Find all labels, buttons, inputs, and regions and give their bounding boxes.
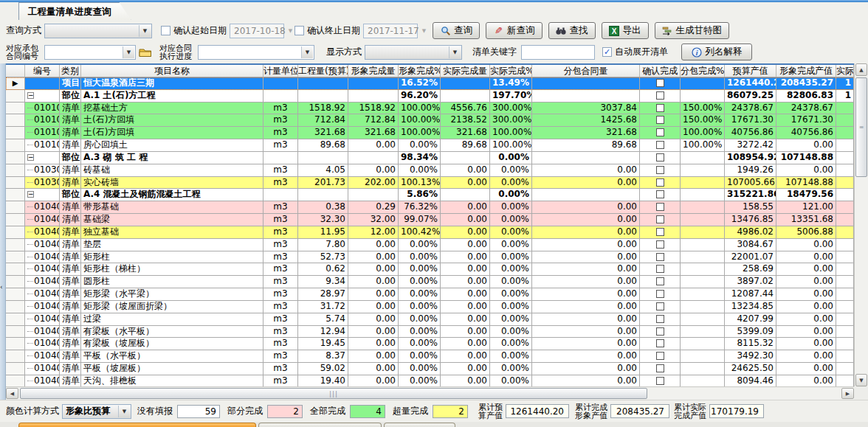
grid-cell-sub_qty[interactable]: 0.00 (532, 363, 640, 375)
grid-cell-name[interactable]: 土(石)方回填 (81, 114, 264, 126)
grid-cell-code[interactable]: 010403 (25, 288, 60, 300)
start-date-checkbox[interactable] (161, 26, 170, 35)
grid-cell-img_pct[interactable]: 96.20% (399, 90, 441, 102)
row-selector[interactable] (6, 313, 25, 325)
bottom-tab-2[interactable] (258, 423, 382, 427)
grid-cell-img_qty[interactable]: 0.00 (348, 363, 399, 375)
collapse-icon[interactable]: − (27, 92, 34, 99)
confirm-checkbox[interactable] (656, 339, 664, 347)
grid-cell-sub_pct[interactable] (681, 301, 725, 313)
grid-cell-name[interactable]: 矩形梁（坡屋面折梁） (81, 301, 264, 313)
grid-cell-sub_pct[interactable] (681, 326, 725, 338)
auto-expand-checkbox[interactable]: ✓ (602, 47, 612, 57)
grid-cell-unit[interactable] (264, 189, 298, 201)
grid-cell-img_val[interactable]: 24378.67 (776, 103, 836, 114)
grid-cell-qty[interactable]: 5.74 (298, 313, 348, 325)
grid-cell-unit[interactable] (264, 77, 298, 89)
keyword-input[interactable] (521, 45, 595, 60)
grid-cell-img_pct[interactable]: 100.00% (399, 103, 441, 114)
grid-cell-extra[interactable] (836, 251, 854, 263)
col-header-cat[interactable]: 类别 (60, 65, 81, 77)
grid-cell-act_qty[interactable] (441, 90, 490, 102)
grid-cell-extra[interactable] (836, 114, 854, 126)
confirm-checkbox[interactable] (656, 215, 664, 223)
grid-cell-act_pct[interactable]: 0.00% (490, 288, 532, 300)
table-row[interactable]: −部位A.1 土(石)方工程96.20%197.70%86079.2582806… (6, 90, 868, 103)
grid-cell-act_qty[interactable]: 0.00 (441, 201, 490, 213)
grid-cell-budget_val[interactable]: 24378.67 (725, 103, 776, 114)
grid-cell-cat[interactable]: 清单 (60, 276, 81, 288)
grid-cell-budget_val[interactable]: 8094.46 (725, 375, 776, 386)
grid-cell-sub_qty[interactable]: 0.00 (532, 214, 640, 226)
grid-cell-cat[interactable]: 清单 (60, 127, 81, 139)
grid-cell-extra[interactable] (836, 375, 854, 386)
grid-cell-img_pct[interactable]: 98.34% (399, 152, 441, 164)
grid-cell-img_qty[interactable]: 0.00 (348, 239, 399, 251)
grid-cell-act_pct[interactable]: 100.00% (490, 127, 532, 139)
grid-cell-img_qty[interactable]: 0.00 (348, 164, 399, 176)
grid-cell-qty[interactable]: 4.05 (298, 164, 348, 176)
grid-cell-qty[interactable]: 712.84 (298, 114, 348, 126)
grid-cell-code[interactable]: 010402 (25, 263, 60, 275)
column-help-button[interactable]: i 列名解释 (681, 44, 752, 60)
grid-cell-unit[interactable]: m3 (264, 375, 298, 386)
grid-cell-sub_qty[interactable]: 0.00 (532, 251, 640, 263)
grid-cell-sub_qty[interactable]: 0.00 (532, 276, 640, 288)
grid-cell-budget_val[interactable]: 258.69 (725, 263, 776, 275)
grid-cell-sub_pct[interactable] (681, 263, 725, 275)
chevron-down-icon[interactable]: ▼ (118, 406, 130, 417)
grid-cell-act_qty[interactable]: 0.00 (441, 263, 490, 275)
grid-cell-img_pct[interactable]: 76.32% (399, 201, 441, 213)
grid-cell-extra[interactable] (836, 177, 854, 189)
grid-cell-code[interactable]: − (25, 189, 60, 201)
grid-cell-confirm[interactable] (640, 152, 681, 164)
grid-cell-unit[interactable]: m3 (264, 177, 298, 189)
grid-cell-qty[interactable]: 321.68 (298, 127, 348, 139)
vertical-scrollbar-thumb[interactable]: ≡ (855, 77, 867, 177)
grid-cell-budget_val[interactable]: 22001.07 (725, 251, 776, 263)
grid-cell-img_pct[interactable]: 0.00% (399, 375, 441, 386)
confirm-checkbox[interactable] (656, 377, 664, 385)
grid-cell-sub_pct[interactable] (681, 276, 725, 288)
grid-cell-confirm[interactable] (640, 201, 681, 213)
grid-cell-unit[interactable]: m3 (264, 201, 298, 213)
grid-cell-code[interactable]: 010101 (25, 103, 60, 114)
col-header-code[interactable]: 编号 (25, 65, 60, 77)
grid-cell-act_qty[interactable]: 0.00 (441, 239, 490, 251)
grid-cell-cat[interactable]: 清单 (60, 214, 81, 226)
grid-cell-img_val[interactable]: 5006.88 (776, 226, 836, 238)
row-selector[interactable] (6, 288, 25, 300)
grid-cell-confirm[interactable] (640, 164, 681, 176)
grid-cell-img_val[interactable]: 0.00 (776, 251, 836, 263)
grid-cell-img_pct[interactable]: 99.07% (399, 214, 441, 226)
start-date-field[interactable]: 2017-10-18 ▼ (230, 24, 284, 38)
grid-cell-extra[interactable] (836, 350, 854, 362)
grid-cell-img_val[interactable]: 0.00 (776, 239, 836, 251)
grid-cell-code[interactable]: − (25, 90, 60, 102)
grid-cell-img_pct[interactable]: 16.52% (399, 77, 441, 89)
grid-cell-name[interactable]: 过梁 (81, 313, 264, 325)
confirm-checkbox[interactable] (656, 178, 664, 187)
grid-cell-sub_qty[interactable]: 0.00 (532, 226, 640, 238)
grid-cell-sub_qty[interactable]: 3037.84 (532, 103, 640, 114)
grid-cell-extra[interactable] (836, 127, 854, 139)
row-selector[interactable] (6, 189, 25, 201)
color-mode-select[interactable]: 形象比预算 ▼ (62, 404, 131, 419)
grid-cell-sub_qty[interactable]: 0.00 (532, 301, 640, 313)
col-header-budget_val[interactable]: 预算产值 (725, 65, 776, 77)
grid-cell-sub_pct[interactable] (681, 226, 725, 238)
grid-cell-unit[interactable]: m3 (264, 127, 298, 139)
grid-cell-confirm[interactable] (640, 214, 681, 226)
row-selector[interactable] (6, 90, 25, 102)
row-selector[interactable] (6, 338, 25, 350)
grid-cell-sub_qty[interactable]: 0.00 (532, 375, 640, 386)
grid-cell-act_pct[interactable]: 0.00% (490, 152, 532, 164)
grid-cell-unit[interactable]: m3 (264, 350, 298, 362)
confirm-checkbox[interactable] (656, 315, 664, 323)
grid-cell-name[interactable]: A.4 混凝土及钢筋混凝土工程 (81, 189, 264, 201)
grid-cell-act_pct[interactable]: 0.00% (490, 276, 532, 288)
grid-cell-img_val[interactable]: 18479.56 (776, 189, 836, 201)
grid-cell-act_pct[interactable]: 0.00% (490, 239, 532, 251)
confirm-checkbox[interactable] (656, 104, 664, 112)
grid-cell-cat[interactable]: 清单 (60, 139, 81, 151)
